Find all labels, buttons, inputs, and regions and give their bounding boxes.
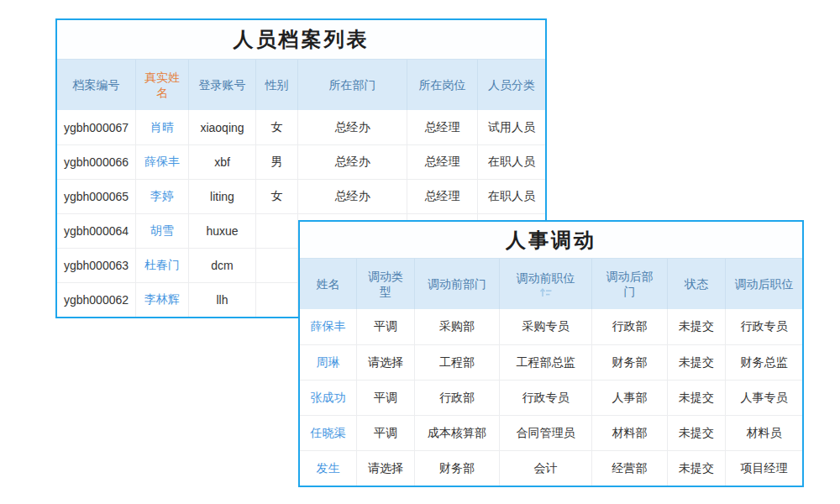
col-header-name: 姓名 — [300, 259, 357, 309]
cell-pre-department: 工程部 — [415, 345, 500, 380]
cell-pre-department: 成本核算部 — [415, 416, 500, 450]
cell-post-department: 行政部 — [592, 309, 668, 344]
cell-name-link[interactable]: 任晓渠 — [300, 416, 357, 450]
cell-post-department: 财务部 — [592, 345, 668, 380]
cell-department: 总经办 — [298, 145, 407, 179]
cell-status: 未提交 — [668, 309, 726, 344]
cell-status: 未提交 — [668, 345, 726, 380]
col-header-pre-department: 调动前部门 — [415, 259, 500, 309]
cell-post-position: 行政专员 — [726, 309, 802, 344]
cell-real-name-link[interactable]: 杜春门 — [136, 249, 189, 282]
cell-category: 试用人员 — [478, 110, 545, 144]
col-header-archive-no: 档案编号 — [57, 60, 136, 110]
transfer-table-row: 任晓渠 平调 成本核算部 合同管理员 材料部 未提交 材料员 — [300, 415, 802, 450]
archive-table-row: ygbh000065 李婷 liting 女 总经办 总经理 在职人员 — [57, 179, 545, 213]
transfer-table-row: 张成功 平调 行政部 行政专员 人事部 未提交 人事专员 — [300, 380, 802, 415]
cell-name-link[interactable]: 薛保丰 — [300, 309, 357, 344]
cell-login-account: dcm — [189, 249, 256, 282]
col-header-position: 所在岗位 — [407, 60, 478, 110]
col-header-post-department: 调动后部门 — [592, 259, 668, 309]
cell-post-department: 经营部 — [592, 451, 668, 486]
cell-pre-position: 合同管理员 — [500, 416, 592, 450]
cell-real-name-link[interactable]: 薛保丰 — [136, 145, 189, 179]
cell-transfer-type-select[interactable]: 请选择 — [357, 345, 415, 380]
transfer-table-row: 薛保丰 平调 采购部 采购专员 行政部 未提交 行政专员 — [300, 309, 802, 344]
page: { "colors": { "panel_border": "#1ea6ec",… — [0, 0, 840, 504]
cell-status: 未提交 — [668, 381, 726, 415]
cell-login-account: huxue — [189, 214, 256, 248]
cell-post-position: 项目经理 — [726, 451, 802, 486]
cell-gender: 女 — [256, 110, 298, 144]
cell-login-account: xbf — [189, 145, 256, 179]
cell-position: 总经理 — [407, 145, 478, 179]
cell-post-position: 财务总监 — [726, 345, 802, 380]
cell-gender — [256, 249, 298, 282]
cell-gender — [256, 214, 298, 248]
cell-post-position: 材料员 — [726, 416, 802, 450]
cell-department: 总经办 — [298, 110, 407, 144]
cell-post-department: 人事部 — [592, 381, 668, 415]
transfer-table-row: 发生 请选择 财务部 会计 经营部 未提交 项目经理 — [300, 450, 802, 486]
transfer-table-row: 周琳 请选择 工程部 工程部总监 财务部 未提交 财务总监 — [300, 344, 802, 380]
col-header-status: 状态 — [668, 259, 726, 309]
cell-name-link[interactable]: 发生 — [300, 451, 357, 486]
cell-pre-department: 采购部 — [415, 309, 500, 344]
col-header-pre-position[interactable]: 调动前职位 — [500, 259, 592, 309]
cell-archive-no: ygbh000067 — [57, 110, 136, 144]
cell-category: 在职人员 — [478, 145, 545, 179]
cell-position: 总经理 — [407, 110, 478, 144]
cell-status: 未提交 — [668, 451, 726, 486]
cell-real-name-link[interactable]: 李婷 — [136, 180, 189, 213]
sort-icon[interactable] — [539, 287, 552, 297]
cell-transfer-type-select[interactable]: 平调 — [357, 309, 415, 344]
col-header-gender: 性别 — [256, 60, 298, 110]
col-header-department: 所在部门 — [298, 60, 407, 110]
transfer-header-row: 姓名 调动类型 调动前部门 调动前职位 调动后部门 状态 — [300, 258, 802, 309]
cell-pre-position: 行政专员 — [500, 381, 592, 415]
cell-real-name-link[interactable]: 肖晴 — [136, 110, 189, 144]
cell-transfer-type-select[interactable]: 平调 — [357, 381, 415, 415]
cell-post-department: 材料部 — [592, 416, 668, 450]
cell-transfer-type-select[interactable]: 请选择 — [357, 451, 415, 486]
col-header-post-position: 调动后职位 — [726, 259, 802, 309]
personnel-archive-title: 人员档案列表 — [57, 20, 545, 59]
personnel-transfer-title: 人事调动 — [300, 222, 802, 258]
cell-gender: 女 — [256, 180, 298, 213]
col-header-real-name: 真实姓名 — [136, 60, 189, 110]
cell-archive-no: ygbh000065 — [57, 180, 136, 213]
archive-table-row: ygbh000066 薛保丰 xbf 男 总经办 总经理 在职人员 — [57, 144, 545, 179]
cell-pre-position: 工程部总监 — [500, 345, 592, 380]
cell-archive-no: ygbh000066 — [57, 145, 136, 179]
cell-gender: 男 — [256, 145, 298, 179]
cell-post-position: 人事专员 — [726, 381, 802, 415]
cell-archive-no: ygbh000063 — [57, 249, 136, 282]
cell-gender — [256, 283, 298, 317]
col-header-login-account: 登录账号 — [189, 60, 256, 110]
cell-name-link[interactable]: 张成功 — [300, 381, 357, 415]
cell-pre-department: 行政部 — [415, 381, 500, 415]
cell-pre-position: 会计 — [500, 451, 592, 486]
cell-category: 在职人员 — [478, 180, 545, 213]
archive-header-row: 档案编号 真实姓名 登录账号 性别 所在部门 所在岗位 人员分类 — [57, 59, 545, 110]
cell-position: 总经理 — [407, 180, 478, 213]
col-header-transfer-type: 调动类型 — [357, 259, 415, 309]
cell-pre-position: 采购专员 — [500, 309, 592, 344]
cell-name-link[interactable]: 周琳 — [300, 345, 357, 380]
cell-real-name-link[interactable]: 胡雪 — [136, 214, 189, 248]
cell-department: 总经办 — [298, 180, 407, 213]
cell-login-account: xiaoqing — [189, 110, 256, 144]
personnel-transfer-panel: 人事调动 姓名 调动类型 调动前部门 调动前职位 调动后部门 — [298, 220, 804, 487]
cell-archive-no: ygbh000062 — [57, 283, 136, 317]
cell-status: 未提交 — [668, 416, 726, 450]
cell-pre-department: 财务部 — [415, 451, 500, 486]
cell-transfer-type-select[interactable]: 平调 — [357, 416, 415, 450]
cell-login-account: llh — [189, 283, 256, 317]
archive-table-row: ygbh000067 肖晴 xiaoqing 女 总经办 总经理 试用人员 — [57, 110, 545, 144]
cell-login-account: liting — [189, 180, 256, 213]
cell-real-name-link[interactable]: 李林辉 — [136, 283, 189, 317]
cell-archive-no: ygbh000064 — [57, 214, 136, 248]
transfer-table-body: 薛保丰 平调 采购部 采购专员 行政部 未提交 行政专员 周琳 请选择 工程部 … — [300, 309, 802, 486]
col-header-category: 人员分类 — [478, 60, 545, 110]
